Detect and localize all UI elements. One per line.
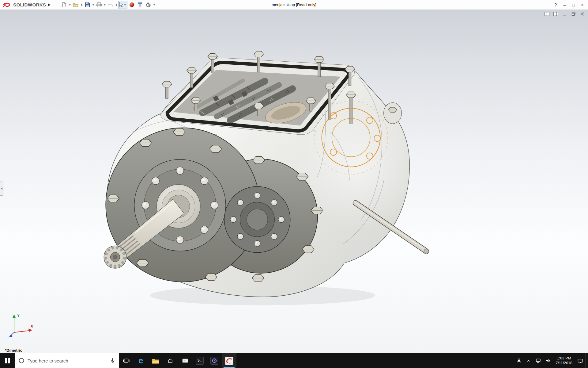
edit-appearance-button[interactable] (128, 1, 136, 9)
dome-bolt[interactable] (254, 193, 260, 199)
print-icon (96, 2, 102, 7)
dome-bolt[interactable] (176, 236, 184, 244)
flyout-arrow-icon (48, 3, 50, 6)
file-explorer-app-button[interactable] (148, 353, 163, 368)
console-app-icon (196, 357, 204, 365)
select-button[interactable]: ▾ (118, 1, 127, 9)
network-button[interactable] (533, 353, 543, 368)
cover-stud[interactable] (190, 72, 193, 87)
feature-panel-collapse-tab[interactable] (0, 182, 3, 196)
help-button[interactable]: ? (551, 0, 560, 10)
system-tray: 1:03 PM 7/11/2018 (514, 353, 588, 368)
options-dropdown-chevron[interactable]: ▾ (153, 3, 156, 6)
cover-stud[interactable] (211, 58, 214, 73)
undo-button[interactable] (107, 1, 115, 9)
store-app-button[interactable] (163, 353, 178, 368)
cover-stud[interactable] (166, 86, 168, 99)
pane-left-icon[interactable] (544, 12, 549, 16)
undo-dropdown-chevron[interactable]: ▾ (115, 3, 118, 6)
dome-bolt[interactable] (201, 226, 208, 234)
start-button[interactable] (0, 353, 15, 368)
quick-access-toolbar: ▾ ▾ ▾ ▾ ▾ ▾ ▾ (60, 0, 156, 10)
save-dropdown-chevron[interactable]: ▾ (92, 3, 95, 6)
print-dropdown-chevron[interactable]: ▾ (103, 3, 106, 6)
task-view-button[interactable] (119, 353, 134, 368)
new-dropdown-chevron[interactable]: ▾ (68, 3, 71, 6)
maximize-button[interactable]: □ (569, 0, 578, 10)
dome-bolt[interactable] (142, 201, 149, 209)
dome-bolt[interactable] (201, 177, 208, 185)
taskbar-search[interactable] (15, 353, 119, 368)
store-icon (168, 358, 173, 363)
document-properties-button[interactable] (136, 1, 144, 9)
window-controls: ? – □ × (551, 0, 588, 10)
dome-bolt[interactable] (237, 233, 243, 240)
select-cursor-icon (119, 2, 123, 8)
document-window-controls (544, 12, 585, 16)
dome-bolt[interactable] (211, 201, 218, 209)
clock-time: 1:03 PM (556, 356, 572, 361)
graphics-area[interactable]: Y X *Dimetric (0, 10, 588, 353)
people-button[interactable] (514, 353, 524, 368)
close-button[interactable]: × (578, 0, 587, 10)
cover-stud[interactable] (349, 71, 351, 86)
dome-bolt[interactable] (230, 217, 236, 223)
edge-app-button[interactable]: e (134, 353, 148, 368)
hidden-icons-button[interactable] (524, 353, 533, 368)
dome-bolt[interactable] (254, 240, 260, 247)
dome-bolt[interactable] (271, 200, 277, 206)
dome-bolt[interactable] (237, 200, 243, 206)
print-button[interactable] (95, 1, 103, 9)
console-app-button[interactable] (192, 353, 207, 368)
pane-right-icon[interactable] (553, 12, 558, 16)
cover-stud[interactable] (328, 88, 331, 120)
gearbox-model-canvas[interactable] (0, 10, 588, 353)
volume-icon (546, 358, 551, 363)
select-dropdown-chevron[interactable]: ▾ (123, 3, 126, 6)
clock-date: 7/11/2018 (556, 361, 572, 366)
taskbar-clock[interactable]: 1:03 PM 7/11/2018 (553, 353, 575, 368)
minimize-button[interactable]: – (560, 0, 569, 10)
solidworks-app-button[interactable]: 2017 (222, 353, 236, 368)
new-button[interactable] (60, 1, 68, 9)
solidworks-app-icon: 2017 (225, 357, 233, 365)
dome-bolt[interactable] (176, 167, 184, 174)
volume-button[interactable] (543, 353, 553, 368)
cortana-circle-icon (18, 358, 24, 364)
doc-close-icon[interactable] (580, 12, 585, 16)
dome-bolt[interactable] (278, 217, 285, 223)
solidworks-logo: SOLIDWORKS (0, 0, 46, 10)
save-button[interactable] (83, 1, 91, 9)
undo-icon (108, 3, 113, 7)
menu-flyout-button[interactable] (46, 0, 52, 10)
edit-appearance-icon (129, 2, 134, 7)
options-button[interactable] (144, 1, 152, 9)
cover-stud[interactable] (318, 61, 321, 77)
hidden-icons-chevron-icon (526, 359, 531, 362)
media-app-button[interactable] (207, 353, 222, 368)
view-orientation-label: *Dimetric (5, 348, 22, 353)
open-button[interactable] (72, 1, 80, 9)
document-title: menjac sklop [Read-only] (272, 0, 316, 10)
doc-minimize-icon[interactable] (562, 12, 567, 16)
cover-stud[interactable] (350, 96, 352, 124)
mail-icon (182, 358, 188, 363)
action-center-button[interactable] (575, 353, 586, 368)
dome-bolt[interactable] (152, 177, 159, 185)
microphone-icon[interactable] (110, 358, 115, 364)
task-view-icon (123, 358, 130, 363)
open-folder-icon (73, 2, 79, 7)
right-bearing-cover[interactable] (224, 186, 290, 253)
open-dropdown-chevron[interactable]: ▾ (80, 3, 83, 6)
ds-swoosh-icon (2, 2, 12, 8)
top-right-boss[interactable] (384, 103, 402, 124)
search-input[interactable] (28, 358, 107, 363)
dome-bolt[interactable] (271, 233, 277, 240)
cover-stud[interactable] (258, 56, 260, 72)
reference-triad: Y X (7, 312, 36, 340)
start-icon (5, 358, 10, 363)
mail-app-button[interactable] (178, 353, 192, 368)
show-desktop-button[interactable] (586, 353, 588, 368)
app-titlebar: SOLIDWORKS ▾ ▾ ▾ ▾ ▾ ▾ ▾ menjac (0, 0, 588, 10)
doc-restore-icon[interactable] (571, 12, 576, 16)
